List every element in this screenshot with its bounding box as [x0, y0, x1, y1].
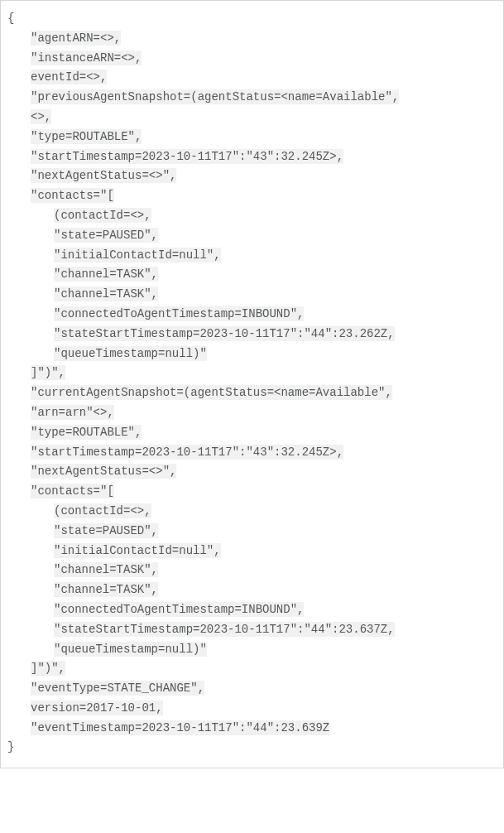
- code-line: "channel=TASK",: [7, 265, 497, 285]
- code-line: "channel=TASK",: [7, 580, 497, 600]
- code-line: <>,: [7, 108, 497, 128]
- code-line: "initialContactId=null",: [7, 246, 497, 266]
- code-line: "state=PAUSED",: [7, 522, 497, 542]
- code-line: (contactId=<>,: [7, 206, 497, 226]
- code-line: "startTimestamp=2023-10-11T17":"43":32.2…: [7, 147, 497, 167]
- code-line: "contacts="[: [7, 482, 497, 502]
- code-line: "instanceARN=<>,: [7, 49, 497, 69]
- code-line: "previousAgentSnapshot=(agentStatus=<nam…: [7, 88, 497, 108]
- code-line: "eventType=STATE_CHANGE",: [7, 679, 497, 699]
- code-line: "nextAgentStatus=<>",: [7, 462, 497, 482]
- code-line: "startTimestamp=2023-10-11T17":"43":32.2…: [7, 443, 497, 463]
- code-line: "queueTimestamp=null)": [7, 344, 497, 364]
- code-line: eventId=<>,: [7, 68, 497, 88]
- code-line: "nextAgentStatus=<>",: [7, 166, 497, 186]
- code-line: "arn=arn"<>,: [7, 403, 497, 423]
- code-line: ]")",: [7, 659, 497, 679]
- code-line: "queueTimestamp=null)": [7, 640, 497, 660]
- code-line: ]")",: [7, 364, 497, 383]
- code-line: "connectedToAgentTimestamp=INBOUND",: [7, 600, 497, 620]
- code-line: "connectedToAgentTimestamp=INBOUND",: [7, 305, 497, 325]
- code-line: "type=ROUTABLE",: [7, 423, 497, 443]
- code-line: "stateStartTimestamp=2023-10-11T17":"44"…: [7, 325, 497, 344]
- code-line: version=2017-10-01,: [7, 699, 497, 719]
- code-line: "agentARN=<>,: [7, 29, 497, 49]
- code-line: "contacts="[: [7, 186, 497, 206]
- code-block: { "agentARN=<>, "instanceARN=<>, eventId…: [0, 0, 504, 768]
- close-brace: }: [7, 738, 497, 758]
- code-line: "state=PAUSED",: [7, 226, 497, 246]
- code-line: "channel=TASK",: [7, 285, 497, 305]
- code-line: (contactId=<>,: [7, 502, 497, 522]
- code-line: "stateStartTimestamp=2023-10-11T17":"44"…: [7, 620, 497, 640]
- code-line: "channel=TASK",: [7, 561, 497, 580]
- code-line: "eventTimestamp=2023-10-11T17":"44":23.6…: [7, 719, 497, 739]
- code-line: "type=ROUTABLE",: [7, 128, 497, 147]
- code-line: "currentAgentSnapshot=(agentStatus=<name…: [7, 383, 497, 403]
- open-brace: {: [7, 9, 497, 29]
- code-line: "initialContactId=null",: [7, 542, 497, 561]
